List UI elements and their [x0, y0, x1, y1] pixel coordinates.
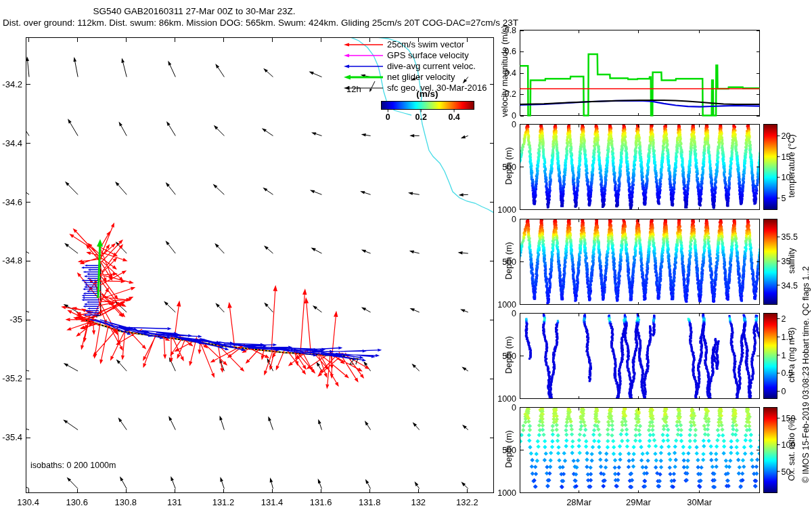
svg-text:130.8: 130.8 [114, 497, 137, 507]
svg-text:-34.2: -34.2 [2, 79, 22, 89]
map-colorbar-title: (m/s) [381, 89, 474, 99]
svg-text:-35.2: -35.2 [2, 373, 22, 383]
temperature-panel-axes: 050010005101520 [497, 120, 790, 215]
figure-root: 130.4130.6130.8131131.2131.4131.6131.813… [0, 0, 812, 508]
svg-text:130.6: 130.6 [66, 497, 88, 507]
svg-text:28Mar: 28Mar [566, 497, 592, 507]
isobaths-label: isobaths: 0 200 1000m [30, 461, 116, 470]
legend-scale-12h-label: 12h [346, 84, 361, 94]
svg-text:0.4: 0.4 [448, 112, 459, 122]
svg-text:29Mar: 29Mar [626, 497, 652, 507]
imos-credit: © IMOS 15-Feb-2019 03:08:23 Hobart time.… [801, 185, 811, 508]
oxsat-panel-axes: 0500100050100150 [497, 403, 795, 498]
svg-text:2: 2 [782, 314, 786, 324]
chla-panel-axes: 0500100000.511.52 [497, 309, 793, 404]
svg-text:131: 131 [167, 497, 182, 507]
svg-text:0.2: 0.2 [415, 112, 427, 122]
svg-text:132: 132 [411, 497, 426, 507]
svg-text:-34.6: -34.6 [2, 197, 22, 207]
dive-number-label: 27 [349, 356, 359, 366]
legend-arrow-1 [344, 54, 383, 57]
svg-text:5: 5 [782, 194, 786, 203]
legend-label-dive-avg-current: dive-avg current veloc. [387, 61, 476, 71]
figure-title: SG540 GAB20160311 27-Mar 00Z to 30-Mar 2… [0, 6, 388, 16]
date-axis-labels: 28Mar29Mar30Mar [566, 497, 713, 507]
svg-text:131.6: 131.6 [310, 497, 332, 507]
svg-text:132.2: 132.2 [456, 497, 478, 507]
oxsat-cbar-label: Ox. sat. ratio (%) [787, 341, 796, 508]
svg-text:-35.4: -35.4 [2, 432, 22, 442]
svg-text:131.8: 131.8 [359, 497, 381, 507]
legend-12h-arrow [369, 81, 375, 92]
svg-text:130.4: 130.4 [17, 497, 39, 507]
figure-subtitle: Dist. over ground: 112km. Dist. swum: 86… [0, 18, 521, 28]
salinity-panel-axes: 0500100034.53535.5 [497, 215, 798, 310]
svg-text:30Mar: 30Mar [687, 497, 713, 507]
svg-text:0: 0 [386, 112, 390, 122]
svg-text:131.2: 131.2 [212, 497, 235, 507]
legend-arrow-0 [344, 43, 383, 46]
oxsat-depth-label: Depth (m) [504, 341, 514, 508]
svg-text:-34.8: -34.8 [2, 255, 22, 266]
legend-label-net-glider-velocity: net glider velocity [387, 72, 455, 82]
legend-arrow-2 [344, 64, 383, 68]
svg-text:131.4: 131.4 [261, 497, 284, 507]
legend-label-swim-vector: 25cm/s swim vector [387, 39, 464, 49]
svg-text:-34.4: -34.4 [2, 138, 22, 148]
series-sfc-geo-velocity [520, 100, 760, 104]
svg-text:-35: -35 [9, 314, 22, 324]
velocity-series [520, 54, 760, 116]
legend-label-gps-velocity: GPS surface velocity [387, 50, 469, 60]
velocity-panel: 00.20.40.60.8 [505, 26, 760, 121]
swim-vectors-red [61, 222, 369, 389]
svg-text:1: 1 [782, 351, 786, 360]
svg-text:0: 0 [782, 387, 786, 396]
